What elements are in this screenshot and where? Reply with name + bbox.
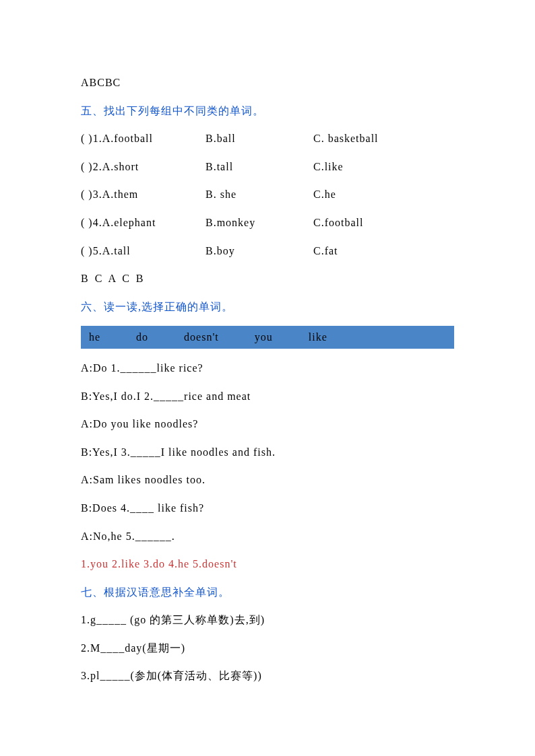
question-option-b: B.tall	[206, 158, 313, 176]
dialogue-line: A:Do 1.______like rice?	[81, 359, 454, 377]
question-option-c: C. basketball	[313, 130, 454, 147]
question-option-a: ( )1.A.football	[81, 130, 206, 147]
word-bank: he do doesn't you like	[81, 326, 454, 349]
dialogue-line: B:Does 4.____ like fish?	[81, 500, 454, 517]
question-option-b: B.monkey	[206, 214, 313, 232]
question-option-a: ( )4.A.elephant	[81, 214, 206, 232]
question-option-a: ( )2.A.short	[81, 158, 206, 176]
header-answer: ABCBC	[81, 74, 454, 92]
section7-item: 1.g_____ (go 的第三人称单数)去,到)	[81, 611, 454, 629]
question-option-b: B. she	[206, 186, 313, 203]
question-option-b: B.ball	[206, 130, 313, 147]
word-bank-item: do	[136, 331, 148, 343]
dialogue-line: A:No,he 5.______.	[81, 528, 454, 545]
question-row: ( )3.A.them B. she C.he	[81, 186, 454, 203]
question-option-a: ( )3.A.them	[81, 186, 206, 203]
dialogue-line: B:Yes,I 3._____I like noodles and fish.	[81, 444, 454, 461]
section7-title: 七、根据汉语意思补全单词。	[81, 584, 454, 601]
section7-item: 2.M____day(星期一)	[81, 640, 454, 657]
word-bank-item: doesn't	[184, 331, 219, 343]
question-row: ( )4.A.elephant B.monkey C.football	[81, 214, 454, 232]
dialogue-line: A:Sam likes noodles too.	[81, 471, 454, 489]
question-option-c: C.football	[313, 214, 454, 232]
dialogue-line: A:Do you like noodles?	[81, 415, 454, 433]
question-option-c: C.fat	[313, 242, 454, 260]
section6-title: 六、读一读,选择正确的单词。	[81, 298, 454, 316]
question-row: ( )2.A.short B.tall C.like	[81, 158, 454, 176]
question-row: ( )1.A.football B.ball C. basketball	[81, 130, 454, 147]
word-bank-item: he	[89, 331, 100, 343]
question-row: ( )5.A.tall B.boy C.fat	[81, 242, 454, 260]
question-option-c: C.he	[313, 186, 454, 203]
question-option-a: ( )5.A.tall	[81, 242, 206, 260]
section6-answer: 1.you 2.like 3.do 4.he 5.doesn't	[81, 555, 454, 573]
word-bank-item: like	[309, 331, 327, 343]
dialogue-line: B:Yes,I do.I 2._____rice and meat	[81, 388, 454, 405]
section5-answer: B C A C B	[81, 270, 454, 287]
section5-title: 五、找出下列每组中不同类的单词。	[81, 102, 454, 120]
question-option-c: C.like	[313, 158, 454, 176]
word-bank-item: you	[255, 331, 273, 343]
section7-item: 3.pl_____(参加(体育活动、比赛等))	[81, 667, 454, 685]
question-option-b: B.boy	[206, 242, 313, 260]
